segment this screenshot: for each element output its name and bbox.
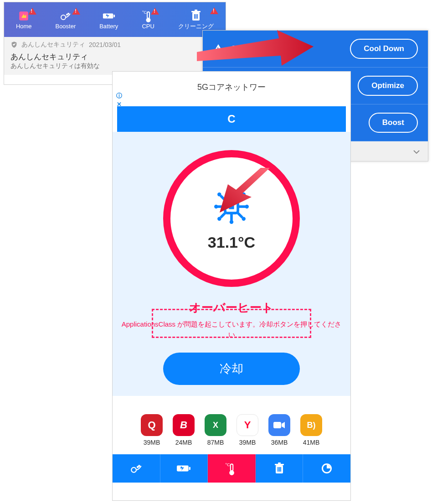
svg-rect-12 [194, 14, 195, 19]
svg-point-1 [61, 15, 66, 20]
app-zoom-icon [268, 414, 290, 436]
shield-icon [10, 41, 18, 48]
optimize-button[interactable]: Optimize [358, 76, 418, 96]
alert-icon [151, 8, 159, 15]
overheat-message: ApplicationsClass が問題を起こしています。冷却ボタンを押してく… [113, 316, 350, 340]
cool-button[interactable]: 冷却 [163, 353, 300, 385]
overheat-title: オーバーヒート [189, 300, 274, 316]
nav-home[interactable]: Home [16, 10, 32, 30]
svg-point-3 [68, 13, 69, 14]
svg-rect-13 [195, 14, 196, 19]
nav-booster[interactable]: Booster [55, 10, 76, 30]
app-size: 24MB [175, 439, 192, 446]
apps-row: Q 39MB B 24MB X 87MB Y 39MB 36MB B) 41MB [113, 396, 350, 454]
svg-rect-33 [231, 464, 233, 471]
app-size: 87MB [207, 439, 224, 446]
svg-rect-10 [191, 11, 201, 12]
app-item[interactable]: X 87MB [205, 414, 226, 446]
info-icon[interactable]: ⓘ [116, 92, 122, 100]
alert-icon [210, 7, 218, 14]
red-arrow-right [197, 29, 315, 68]
svg-text:°C: °C [225, 462, 230, 467]
booster-icon [130, 463, 143, 473]
svg-rect-39 [279, 467, 280, 472]
app-size: 41MB [303, 439, 320, 446]
app-q-icon: Q [141, 414, 163, 436]
chevron-down-icon [413, 147, 420, 155]
svg-rect-26 [273, 422, 281, 428]
main-app-panel: ⓘ ✕ 5Gコアネットワー C 31.1°C オーバーヒート App [112, 71, 351, 501]
ad-area: ⓘ ✕ 5Gコアネットワー C [113, 72, 350, 132]
app-item[interactable]: Y 39MB [237, 414, 258, 446]
nav-stop[interactable] [303, 454, 350, 483]
nav-battery[interactable] [160, 454, 208, 483]
svg-rect-14 [197, 14, 198, 19]
nav-battery[interactable]: Battery [99, 10, 118, 30]
nav-cpu[interactable]: °C CPU [142, 10, 154, 30]
bottom-nav: °C [113, 454, 350, 483]
svg-rect-11 [195, 10, 197, 11]
boost-button[interactable]: Boost [369, 113, 418, 133]
app-b2-icon: B) [300, 414, 322, 436]
nav-label: CPU [142, 23, 154, 30]
notif-source: あんしんセキュリティ [21, 41, 85, 49]
ad-headline: 5Gコアネットワー [197, 83, 266, 92]
svg-point-2 [67, 14, 67, 15]
app-b-icon: B [173, 414, 195, 436]
nav-label: Home [16, 23, 32, 30]
battery-icon [103, 10, 115, 22]
notif-date: 2021/03/01 [89, 41, 121, 48]
top-nav: Home Booster Battery °C CPU [4, 2, 226, 37]
svg-point-28 [137, 466, 139, 468]
red-arrow-down-left [215, 168, 274, 213]
nav-label: Battery [99, 23, 118, 30]
svg-rect-37 [278, 462, 281, 464]
app-yahoo-icon: Y [237, 414, 258, 436]
nav-cpu-temp[interactable]: °C [208, 454, 256, 483]
app-item[interactable]: 36MB [268, 414, 290, 446]
svg-rect-40 [280, 467, 281, 472]
svg-point-29 [139, 465, 140, 467]
app-item[interactable]: Q 39MB [141, 414, 163, 446]
svg-rect-7 [147, 12, 149, 18]
app-item[interactable]: B) 41MB [300, 414, 322, 446]
alert-icon [72, 8, 80, 15]
svg-point-25 [242, 217, 246, 220]
notification-header: あんしんセキュリティ 2021/03/01 [4, 37, 226, 51]
battery-icon [176, 464, 191, 473]
svg-rect-5 [113, 15, 115, 17]
svg-rect-36 [275, 464, 284, 465]
nav-trash[interactable] [256, 454, 303, 483]
close-icon[interactable]: ✕ [116, 101, 122, 108]
stop-icon [321, 462, 333, 474]
app-excel-icon: X [205, 414, 226, 436]
app-size: 39MB [144, 439, 160, 446]
notif-title: あんしんセキュリティ [4, 51, 226, 62]
ad-info-icons: ⓘ ✕ [116, 92, 122, 108]
trash-icon [190, 9, 202, 22]
svg-point-8 [146, 18, 151, 22]
app-size: 39MB [239, 439, 256, 446]
nav-label: Booster [55, 23, 76, 30]
svg-rect-31 [189, 467, 190, 470]
trash-icon [274, 462, 285, 474]
svg-point-24 [217, 217, 221, 220]
temperature-value: 31.1°C [208, 234, 255, 251]
app-item[interactable]: B 24MB [173, 414, 195, 446]
booster-icon [59, 10, 72, 22]
cooldown-button[interactable]: Cool Down [350, 39, 418, 59]
svg-point-27 [131, 468, 136, 473]
app-size: 36MB [271, 439, 288, 446]
svg-rect-38 [278, 467, 278, 472]
nav-booster[interactable] [113, 454, 160, 483]
svg-text:°C: °C [142, 10, 147, 15]
cpu-temp-icon: °C [225, 461, 238, 476]
ad-blue-bar: C [117, 106, 346, 132]
alert-icon [28, 8, 36, 15]
svg-point-19 [230, 220, 233, 223]
svg-point-34 [229, 470, 234, 475]
nav-cleaning[interactable]: クリーニング [178, 9, 214, 31]
